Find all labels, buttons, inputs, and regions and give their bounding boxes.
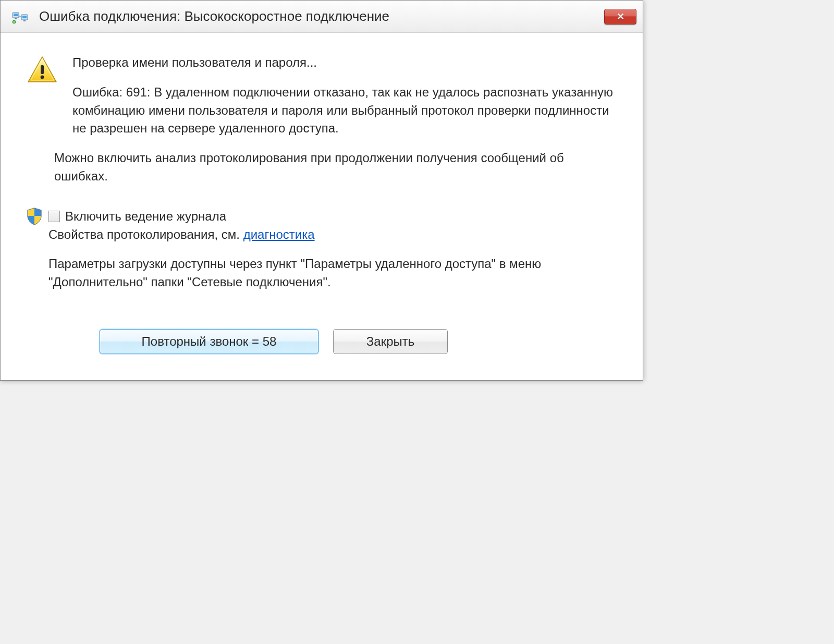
- redial-button[interactable]: Повторный звонок = 58: [100, 329, 318, 354]
- svg-point-8: [41, 76, 44, 79]
- warning-icon: [27, 56, 58, 84]
- svg-rect-7: [41, 65, 44, 74]
- enable-logging-label: Включить ведение журнала: [65, 208, 226, 226]
- svg-rect-5: [23, 20, 26, 21]
- dialog-body: Проверка имени пользователя и пароля... …: [1, 33, 643, 380]
- error-dialog: Ошибка подключения: Высокоскоростное под…: [0, 0, 643, 381]
- checking-credentials-text: Проверка имени пользователя и пароля...: [72, 54, 617, 72]
- dialog-title: Ошибка подключения: Высокоскоростное под…: [39, 8, 604, 25]
- close-icon: ✕: [617, 11, 624, 22]
- close-window-button[interactable]: ✕: [604, 9, 636, 25]
- logging-properties-text: Свойства протоколирования, см.: [48, 227, 243, 241]
- upload-params-text: Параметры загрузки доступны через пункт …: [48, 255, 617, 291]
- enable-logging-checkbox[interactable]: [48, 211, 60, 222]
- logging-hint-text: Можно включить анализ протоколирования п…: [54, 149, 617, 186]
- svg-rect-1: [14, 14, 18, 16]
- close-button[interactable]: Закрыть: [333, 329, 448, 354]
- error-691-text: Ошибка: 691: В удаленном подключении отк…: [72, 83, 617, 138]
- svg-point-6: [13, 20, 16, 23]
- network-connection-icon: [12, 8, 29, 25]
- diagnostics-link[interactable]: диагностика: [243, 227, 315, 241]
- shield-uac-icon: [27, 208, 42, 225]
- svg-rect-2: [15, 18, 17, 19]
- titlebar: Ошибка подключения: Высокоскоростное под…: [1, 1, 643, 33]
- svg-rect-4: [22, 16, 27, 18]
